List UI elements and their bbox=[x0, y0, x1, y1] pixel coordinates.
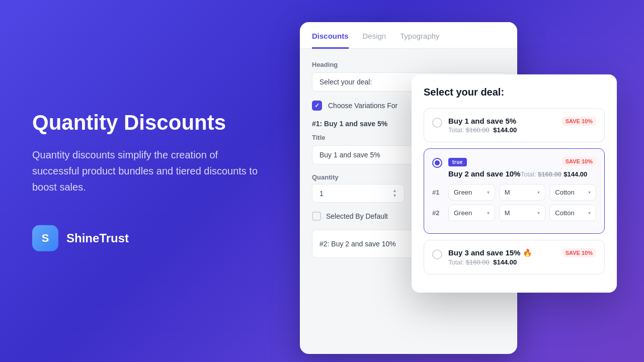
page-headline: Quantity Discounts bbox=[32, 111, 264, 135]
var-1-color[interactable]: Green ▾ bbox=[448, 184, 495, 201]
save-badge-3: SAVE 10% bbox=[562, 248, 596, 257]
var-2-number: #2 bbox=[432, 209, 444, 217]
radio-1[interactable] bbox=[432, 118, 442, 128]
tab-design[interactable]: Design bbox=[363, 23, 386, 49]
var-2-material[interactable]: Cotton ▾ bbox=[549, 205, 596, 221]
deal-1-total: Total: $160.00 $144.00 bbox=[448, 126, 596, 134]
choose-variations-checkbox[interactable] bbox=[312, 101, 322, 111]
arrow-down-icon[interactable]: ▼ bbox=[392, 194, 397, 198]
radio-2[interactable] bbox=[432, 158, 442, 168]
arrow-up-icon[interactable]: ▲ bbox=[392, 189, 397, 193]
chevron-down-icon: ▾ bbox=[588, 190, 591, 195]
var-1-size[interactable]: M ▾ bbox=[499, 184, 546, 201]
left-panel: Quantity Discounts Quantity discounts si… bbox=[32, 111, 264, 251]
deal-3-total: Total: $160.00 $144.00 bbox=[448, 258, 596, 266]
deal-2-name: Buy 2 and save 10%Total: $160.00 $144.00 bbox=[448, 169, 596, 178]
brand-logo-icon: S bbox=[32, 225, 58, 251]
deal-1-discounted: $144.00 bbox=[493, 126, 517, 134]
deal-3-original: $160.00 bbox=[466, 258, 490, 266]
var-1-material[interactable]: Cotton ▾ bbox=[549, 184, 596, 201]
selected-default-checkbox[interactable] bbox=[312, 212, 321, 221]
stepper-arrows: ▲ ▼ bbox=[392, 189, 397, 198]
radio-3[interactable] bbox=[432, 249, 442, 259]
var-2-size[interactable]: M ▾ bbox=[499, 205, 546, 221]
deal-option-2[interactable]: SAVE 10% true Buy 2 and save 10%Total: $… bbox=[424, 148, 605, 234]
most-popular-badge: true bbox=[448, 158, 467, 166]
brand-name: ShineTrust bbox=[66, 231, 129, 245]
chevron-down-icon: ▾ bbox=[537, 190, 540, 195]
save-badge-2: SAVE 10% bbox=[562, 157, 596, 166]
quantity-col: Quantity 1 ▲ ▼ bbox=[312, 173, 405, 203]
overlay-title: Select your deal: bbox=[424, 86, 605, 98]
save-badge-1: SAVE 10% bbox=[562, 117, 596, 126]
variation-row-2: #2 Green ▾ M ▾ Cotton ▾ bbox=[432, 205, 596, 221]
selected-default-label: Selected By Default bbox=[326, 212, 388, 220]
overlay-card: Select your deal: SAVE 10% Buy 1 and sav… bbox=[412, 74, 617, 293]
chevron-down-icon: ▾ bbox=[487, 190, 490, 195]
chevron-down-icon: ▾ bbox=[588, 210, 591, 216]
tab-typography[interactable]: Typography bbox=[400, 23, 439, 49]
deal-2-label: #2: Buy 2 and save 10% bbox=[319, 240, 396, 248]
chevron-down-icon: ▾ bbox=[487, 210, 490, 216]
choose-variations-label: Choose Variations For bbox=[328, 102, 397, 110]
tab-bar: Discounts Design Typography bbox=[300, 22, 517, 49]
variation-row-1: #1 Green ▾ M ▾ Cotton ▾ bbox=[432, 184, 596, 201]
deal-option-3[interactable]: SAVE 10% Buy 3 and save 15% 🔥 Total: $16… bbox=[424, 240, 605, 275]
quantity-stepper[interactable]: 1 ▲ ▼ bbox=[312, 184, 405, 203]
tab-discounts[interactable]: Discounts bbox=[312, 23, 349, 49]
quantity-label: Quantity bbox=[312, 173, 405, 181]
page-description: Quantity discounts simplify the creation… bbox=[32, 147, 264, 195]
chevron-down-icon: ▾ bbox=[537, 210, 540, 216]
heading-label: Heading bbox=[312, 61, 505, 68]
deal-3-discounted: $144.00 bbox=[493, 258, 517, 266]
var-2-color[interactable]: Green ▾ bbox=[448, 205, 495, 221]
var-1-number: #1 bbox=[432, 189, 444, 196]
deal-option-1[interactable]: SAVE 10% Buy 1 and save 5% Total: $160.0… bbox=[424, 108, 605, 142]
brand-row: S ShineTrust bbox=[32, 225, 264, 251]
deal-1-original: $160.00 bbox=[466, 126, 490, 134]
variation-rows: #1 Green ▾ M ▾ Cotton ▾ #2 Green ▾ bbox=[432, 184, 596, 221]
